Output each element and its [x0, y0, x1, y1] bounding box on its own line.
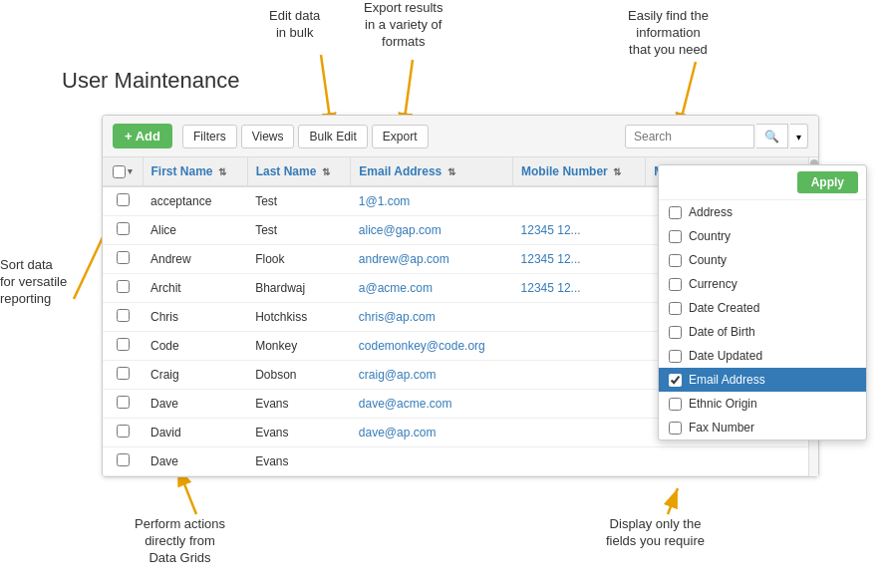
row-checkbox[interactable] [117, 193, 130, 206]
dropdown-item-ethnicOrigin[interactable]: Ethnic Origin [659, 392, 866, 416]
row-checkbox[interactable] [117, 453, 130, 466]
row-checkbox-cell [103, 361, 143, 390]
export-button[interactable]: Export [372, 125, 429, 148]
row-checkbox[interactable] [117, 425, 130, 438]
dropdown-item-address[interactable]: Address [659, 200, 866, 224]
cell-lastname: Monkey [247, 332, 351, 361]
row-checkbox-cell [103, 447, 143, 476]
cell-firstname: Chris [143, 303, 247, 332]
dropdown-item-currency[interactable]: Currency [659, 272, 866, 296]
dropdown-label-county: County [689, 253, 727, 267]
row-checkbox[interactable] [117, 222, 130, 235]
dropdown-item-country[interactable]: Country [659, 224, 866, 248]
apply-button[interactable]: Apply [797, 171, 858, 193]
search-icon: 🔍 [764, 130, 779, 144]
search-input[interactable] [625, 125, 754, 148]
cell-firstname: Andrew [143, 245, 247, 274]
email-label: Email Address [359, 164, 442, 178]
email-link[interactable]: codemonkey@code.org [359, 339, 485, 353]
cell-mobile [513, 332, 646, 361]
filters-button[interactable]: Filters [182, 125, 237, 148]
dropdown-label-dateOfBirth: Date of Birth [689, 325, 755, 339]
cell-firstname: Craig [143, 361, 247, 390]
dropdown-checkbox-address[interactable] [669, 206, 682, 219]
email-link[interactable]: craig@ap.com [359, 368, 437, 382]
cell-company [646, 447, 818, 476]
email-link[interactable]: dave@ap.com [359, 426, 437, 440]
dropdown-checkbox-dateUpdated[interactable] [669, 350, 682, 363]
email-link[interactable]: andrew@ap.com [359, 252, 449, 266]
dropdown-checkbox-country[interactable] [669, 230, 682, 243]
lastname-label: Last Name [256, 164, 317, 178]
cell-firstname: Alice [143, 216, 247, 245]
cell-email: alice@gap.com [351, 216, 513, 245]
dropdown-item-faxNumber[interactable]: Fax Number [659, 416, 866, 440]
select-all-checkbox[interactable] [113, 165, 126, 178]
row-checkbox[interactable] [117, 251, 130, 264]
dropdown-checkbox-dateOfBirth[interactable] [669, 326, 682, 339]
search-button[interactable]: 🔍 [756, 124, 788, 148]
dropdown-item-dateUpdated[interactable]: Date Updated [659, 344, 866, 368]
checkbox-header[interactable]: ▾ [103, 157, 143, 186]
cell-firstname: Archit [143, 274, 247, 303]
row-checkbox[interactable] [117, 280, 130, 293]
cell-lastname: Hotchkiss [247, 303, 351, 332]
dropdown-label-dateUpdated: Date Updated [689, 349, 762, 363]
cell-firstname: Dave [143, 447, 247, 476]
cell-email: 1@1.com [351, 186, 513, 216]
col-header-lastname[interactable]: Last Name ⇅ [247, 157, 351, 186]
dropdown-item-emailAddress[interactable]: Email Address [659, 368, 866, 392]
annotation-actions: Perform actions directly from Data Grids [135, 516, 225, 567]
row-checkbox[interactable] [117, 309, 130, 322]
dropdown-checkbox-ethnicOrigin[interactable] [669, 398, 682, 411]
cell-lastname: Evans [247, 419, 351, 447]
col-header-firstname[interactable]: First Name ⇅ [143, 157, 247, 186]
email-link[interactable]: a@acme.com [359, 281, 433, 295]
cell-email: dave@acme.com [351, 390, 513, 419]
cell-lastname: Dobson [247, 361, 351, 390]
chevron-down-icon: ▾ [796, 132, 801, 143]
email-sort-icon: ⇅ [447, 166, 455, 177]
col-header-email[interactable]: Email Address ⇅ [351, 157, 513, 186]
email-link[interactable]: alice@gap.com [359, 223, 442, 237]
dropdown-item-dateOfBirth[interactable]: Date of Birth [659, 320, 866, 344]
dropdown-checkbox-county[interactable] [669, 254, 682, 267]
dropdown-label-faxNumber: Fax Number [689, 421, 754, 435]
row-checkbox[interactable] [117, 338, 130, 351]
annotation-find: Easily find the information that you nee… [628, 8, 709, 59]
cell-lastname: Evans [247, 447, 351, 476]
email-link[interactable]: chris@ap.com [359, 310, 436, 324]
cell-lastname: Bhardwaj [247, 274, 351, 303]
add-button[interactable]: + Add [113, 124, 172, 148]
column-dropdown: Apply AddressCountryCountyCurrencyDate C… [658, 164, 867, 441]
cell-email: chris@ap.com [351, 303, 513, 332]
cell-mobile [513, 186, 646, 216]
email-link[interactable]: 1@1.com [359, 194, 411, 208]
dropdown-checkbox-faxNumber[interactable] [669, 422, 682, 435]
cell-firstname: acceptance [143, 186, 247, 216]
views-button[interactable]: Views [241, 125, 295, 148]
table-row: DaveEvans [103, 447, 818, 476]
dropdown-checkbox-dateCreated[interactable] [669, 302, 682, 315]
cell-email: codemonkey@code.org [351, 332, 513, 361]
search-dropdown-button[interactable]: ▾ [790, 124, 808, 148]
svg-line-6 [668, 488, 678, 514]
cell-email [351, 447, 513, 476]
dropdown-checkbox-currency[interactable] [669, 278, 682, 291]
cell-mobile: 12345 12... [513, 216, 646, 245]
dropdown-label-emailAddress: Email Address [689, 373, 765, 387]
row-checkbox-cell [103, 245, 143, 274]
cell-lastname: Evans [247, 390, 351, 419]
email-link[interactable]: dave@acme.com [359, 397, 452, 411]
row-checkbox-cell [103, 390, 143, 419]
row-checkbox[interactable] [117, 367, 130, 380]
bulk-edit-button[interactable]: Bulk Edit [298, 125, 367, 148]
dropdown-item-county[interactable]: County [659, 248, 866, 272]
dropdown-item-dateCreated[interactable]: Date Created [659, 296, 866, 320]
row-checkbox[interactable] [117, 396, 130, 409]
col-header-mobile[interactable]: Mobile Number ⇅ [513, 157, 646, 186]
dropdown-label-currency: Currency [689, 277, 737, 291]
row-checkbox-cell [103, 419, 143, 447]
checkbox-dropdown-icon[interactable]: ▾ [128, 166, 133, 176]
dropdown-checkbox-emailAddress[interactable] [669, 374, 682, 387]
